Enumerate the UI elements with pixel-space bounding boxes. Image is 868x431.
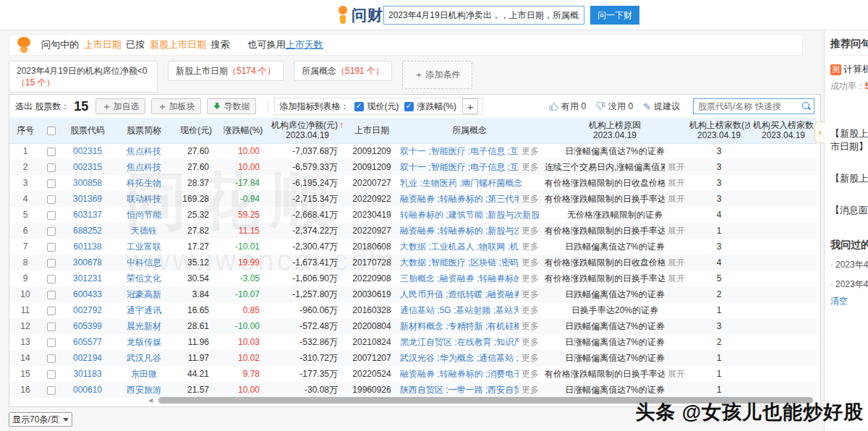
stock-code-link[interactable]: 605577 (73, 337, 102, 347)
page-size-select[interactable]: 显示70条/页 (9, 412, 72, 427)
clear-history-link[interactable]: 清空 (830, 295, 868, 307)
add-indicator-button[interactable]: + (462, 98, 478, 114)
stock-code-link[interactable]: 002194 (73, 353, 102, 363)
indicator-price-checkbox[interactable]: 现价(元) (354, 101, 399, 113)
table-row[interactable]: 4301369联动科技169.28-0.94-2,715.34万20220922… (9, 191, 817, 207)
more-link[interactable]: 更多 (522, 225, 539, 237)
stock-name-link[interactable]: 冠豪高新 (127, 289, 161, 299)
expand-link[interactable]: 展开 (668, 193, 685, 205)
more-link[interactable]: 更多 (522, 257, 539, 269)
stock-code-link[interactable]: 300678 (73, 257, 102, 268)
concepts-text[interactable]: 新材料概念 ;专精特新 ;有机硅概念 ;氢能源 ; (400, 320, 519, 333)
stock-name-link[interactable]: 东田微 (131, 369, 157, 379)
search-icon[interactable] (802, 102, 811, 111)
table-row[interactable]: 12605399晨光新材28.61-10.00-572.48万20200804新… (9, 318, 817, 334)
row-checkbox[interactable] (47, 179, 56, 188)
stock-code-link[interactable]: 300858 (73, 178, 102, 188)
wencai-logo[interactable]: 问财 (337, 5, 383, 25)
asked-item[interactable]: 2023年4月 (830, 278, 868, 291)
quick-search-input[interactable] (693, 98, 814, 114)
table-row[interactable]: 7601138工业富联17.27-10.01-2,300.47万20180608… (9, 239, 817, 255)
more-link[interactable]: 更多 (522, 384, 539, 396)
recommend-question[interactable]: 测 计算机设备 (830, 63, 868, 76)
concepts-text[interactable]: 黑龙江自贸区 ;在线教育 ;知识产权保护 ;文化传媒 ; (400, 336, 519, 349)
row-checkbox[interactable] (47, 323, 56, 331)
expand-link[interactable]: 展开 (668, 177, 685, 189)
table-row[interactable]: 13605577龙版传媒11.9610.03-532.86万20210824黑龙… (9, 334, 817, 350)
stock-code-link[interactable]: 600433 (73, 289, 102, 299)
stock-code-link[interactable]: 002315 (73, 162, 102, 172)
scroll-left-arrow[interactable]: ◀ (148, 398, 156, 404)
stock-code-link[interactable]: 301231 (73, 273, 102, 283)
stock-name-link[interactable]: 武汉凡谷 (127, 353, 161, 363)
concepts-text[interactable]: 双十一 ;智能医疗 ;电子信息 ;互联网保险 ; (400, 145, 519, 158)
add-condition-button[interactable]: ＋ 添加条件 (402, 61, 472, 89)
sidebar-collapse-tab[interactable]: › (814, 121, 825, 143)
stock-name-link[interactable]: 天德钰 (131, 226, 157, 236)
stock-name-link[interactable]: 龙版传媒 (127, 337, 161, 347)
stock-name-link[interactable]: 焦点科技 (127, 146, 161, 156)
sort-asc-icon[interactable]: ↑ (339, 120, 344, 130)
sidebar-item-news[interactable]: 【消息面】 (830, 204, 868, 217)
sidebar-item-ipo-2[interactable]: 【新股上市 (830, 172, 868, 185)
row-checkbox[interactable] (47, 148, 56, 156)
row-checkbox[interactable] (47, 259, 56, 268)
row-checkbox[interactable] (47, 370, 56, 379)
table-row[interactable]: 9301231荣信文化30.54-3.05-1,606.90万20220908三… (9, 270, 817, 286)
row-checkbox[interactable] (47, 243, 56, 252)
stock-code-link[interactable]: 000610 (73, 385, 102, 395)
asked-item[interactable]: 2023年4月 (830, 259, 868, 271)
stock-code-link[interactable]: 601138 (73, 242, 101, 252)
more-link[interactable]: 更多 (522, 193, 539, 205)
row-checkbox[interactable] (47, 291, 56, 299)
more-link[interactable]: 更多 (522, 161, 539, 174)
concepts-text[interactable]: 武汉光谷 ;华为概念 ;通信基站 ;电子信息 ; (400, 352, 519, 364)
concepts-text[interactable]: 转融券标的 ;建筑节能 ;新股与次新股 ;融资融券 (400, 209, 539, 221)
more-link[interactable]: 更多 (522, 320, 539, 333)
stock-code-link[interactable]: 688252 (73, 226, 102, 236)
concepts-text[interactable]: 陕西自贸区 ;一带一路 ;西安自贸区 ;西咸新区 ; (400, 384, 519, 396)
row-checkbox[interactable] (47, 354, 56, 363)
table-row[interactable]: 5603137恒尚节能25.3259.25-2,668.41万20230419转… (9, 207, 817, 223)
concepts-text[interactable]: 双十一 ;智能医疗 ;电子信息 ;互联网保险 ; (400, 161, 519, 174)
concepts-text[interactable]: 大数据 ;智能医疗 ;区块链 ;密码安全管理 ; (400, 257, 519, 269)
table-row[interactable]: 11002792通宇通讯16.650.85-960.06万20160328通信基… (9, 302, 817, 318)
row-checkbox[interactable] (47, 275, 56, 283)
more-link[interactable]: 更多 (522, 145, 539, 158)
expand-link[interactable]: 展开 (668, 273, 685, 285)
stock-name-link[interactable]: 工业富联 (127, 242, 161, 252)
filter-card-net-amount[interactable]: 2023年4月19日的机构席位净额<0（15 个） (9, 61, 158, 93)
stock-code-link[interactable]: 002315 (73, 146, 102, 156)
stock-name-link[interactable]: 焦点科技 (127, 162, 161, 172)
stock-name-link[interactable]: 西安旅游 (127, 385, 161, 395)
question-search-input[interactable] (383, 6, 584, 25)
indicator-change-checkbox[interactable]: 涨跌幅(%) (404, 101, 456, 113)
stock-name-link[interactable]: 联动科技 (127, 194, 161, 204)
table-row[interactable]: 6688252天德钰27.8211.15-2,374.22万20220927融资… (9, 223, 817, 239)
export-data-button[interactable]: 导数据 (207, 98, 256, 114)
table-row[interactable]: 8300678中科信息35.1219.99-1,673.41万20170728大… (9, 255, 817, 270)
stock-code-link[interactable]: 301183 (73, 369, 101, 379)
more-link[interactable]: 更多 (522, 368, 539, 380)
sidebar-item-ipo-date[interactable]: 【新股上市日期】 (830, 127, 868, 153)
table-row[interactable]: 14002194武汉凡谷11.9710.02-310.72万20071207武汉… (9, 350, 817, 366)
row-checkbox[interactable] (47, 386, 56, 395)
row-checkbox[interactable] (47, 211, 56, 220)
expand-link[interactable]: 展开 (668, 225, 685, 237)
stock-name-link[interactable]: 科拓生物 (127, 178, 161, 188)
expand-link[interactable]: 展开 (668, 257, 685, 269)
more-link[interactable]: 更多 (522, 352, 539, 364)
table-row[interactable]: 3300858科拓生物28.37-17.84-6,195.24万20200727… (9, 175, 817, 191)
concepts-text[interactable]: 大数据 ;工业机器人 ;物联网 ;机器人概念 ; (400, 241, 519, 253)
stock-name-link[interactable]: 晨光新材 (127, 321, 161, 331)
expand-link[interactable]: 展开 (668, 368, 685, 380)
filter-card-ipo-date[interactable]: 新股上市日期（5174 个） (168, 61, 284, 81)
concepts-text[interactable]: 三胎概念 ;融资融券 ;转融券标的 ;注册制次新股 ; (400, 273, 519, 285)
suggest-button[interactable]: ✎提建议 (643, 101, 680, 113)
stock-name-link[interactable]: 荣信文化 (127, 273, 161, 283)
concepts-text[interactable]: 融资融券 ;转融券标的 ;第三代半导体 ;集成电路概念 ; (400, 193, 519, 205)
table-row[interactable]: 10600433冠豪高新3.84-10.07-1,257.80万20030619… (9, 286, 817, 302)
more-link[interactable]: 更多 (522, 241, 539, 253)
more-link[interactable]: 更多 (522, 289, 539, 301)
col-header-net[interactable]: 机构席位净额(元)↑2023.04.19 (268, 118, 346, 143)
